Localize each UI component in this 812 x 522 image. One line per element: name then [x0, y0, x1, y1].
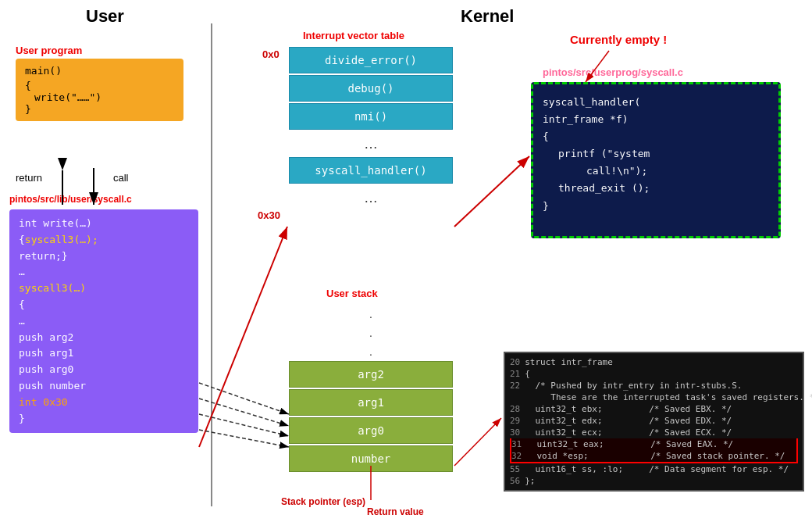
user-program-box: main() { write("……") }	[16, 59, 183, 121]
svg-line-7	[199, 383, 289, 414]
ivt-debug: debug()	[289, 75, 453, 102]
ivt-syscall-handler: syscall_handler()	[289, 157, 453, 184]
stack-arg1: arg1	[289, 389, 453, 416]
user-stack-label: User stack	[326, 288, 378, 299]
user-header: User	[86, 6, 124, 27]
return-value-label: Return value	[367, 506, 424, 517]
stack-arg2: arg2	[289, 361, 453, 388]
call-label: call	[113, 172, 129, 184]
syscall-lib-path: pintos/src/lib/user/syscall.c	[9, 194, 132, 205]
ivt-divide-error: divide_error()	[289, 47, 453, 73]
stack-pointer-label: Stack pointer (esp)	[281, 496, 365, 507]
divider	[211, 23, 212, 506]
currently-empty-label: Currently empty !	[570, 33, 667, 46]
ivt-0x30-label: 0x30	[258, 209, 280, 221]
ivt-box: divide_error() debug() nmi() … syscall_h…	[289, 47, 453, 211]
stack-dot2: .	[289, 324, 453, 342]
svg-line-8	[199, 399, 289, 426]
svg-line-10	[199, 430, 289, 447]
stack-dot3: .	[289, 342, 453, 361]
ivt-nmi: nmi()	[289, 103, 453, 130]
stack-dot1: .	[289, 305, 453, 324]
kernel-handler-box: syscall_handler( intr_frame *f) { printf…	[531, 82, 781, 238]
return-label: return	[16, 172, 42, 184]
user-program-label: User program	[16, 45, 82, 56]
kernel-file-path: pintos/src/userprog/syscall.c	[543, 66, 683, 78]
user-stack-box: . . . arg2 arg1 arg0 number	[289, 305, 453, 474]
stack-arg0: arg0	[289, 417, 453, 444]
svg-line-6	[454, 156, 529, 227]
kernel-header: Kernel	[461, 6, 514, 27]
code-snippet-box: 20struct intr_frame 21{ 22 /* Pushed by …	[504, 352, 804, 492]
ivt-dots1: …	[289, 131, 453, 157]
stack-number: number	[289, 445, 453, 472]
syscall-lib-box: int write(…) {syscall3(…); return;} … sy…	[9, 209, 198, 433]
ivt-dots2: …	[289, 185, 453, 211]
svg-line-12	[454, 418, 501, 466]
ivt-0x0-label: 0x0	[262, 48, 280, 60]
svg-line-9	[199, 414, 289, 436]
ivt-label: Interrupt vector table	[303, 30, 404, 41]
